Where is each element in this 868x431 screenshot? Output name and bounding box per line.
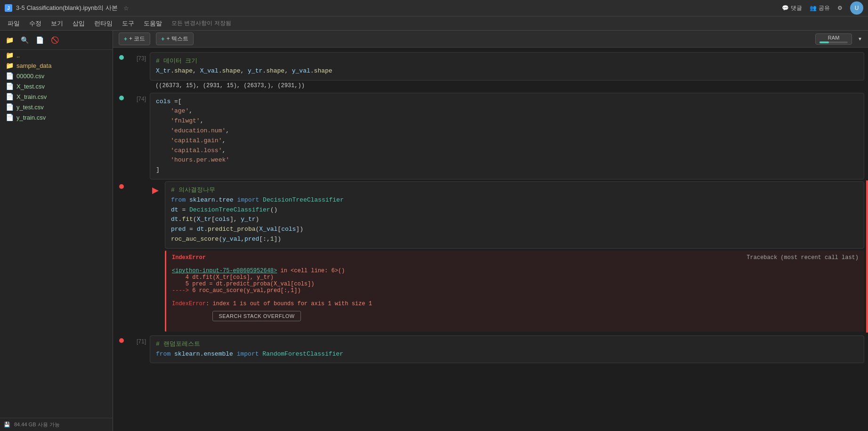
ram-dropdown-arrow[interactable]: ▼ — [858, 36, 862, 41]
ram-label: RAM — [828, 35, 839, 41]
cell-number-75 — [126, 181, 150, 184]
menu-file[interactable]: 파일 — [4, 17, 24, 30]
run-indicator-success — [119, 55, 124, 60]
folder-icon: 📁 — [6, 62, 14, 69]
cell-wrapper-75: # 의사결정나무 from sklearn.tree import Decisi… — [113, 180, 868, 333]
share-button[interactable]: 👥 공유 — [810, 4, 830, 12]
run-indicator-success — [119, 96, 124, 100]
cell-up-button[interactable]: ↑ — [766, 182, 777, 193]
user-avatar[interactable]: U — [850, 1, 863, 15]
cell-status-74 — [117, 93, 126, 100]
cell-status-75 — [117, 181, 126, 189]
code-cell-73[interactable]: # 데이터 크기 X_tr.shape, X_val.shape, y_tr.s… — [150, 52, 864, 81]
sidebar-item-ytest[interactable]: 📄 y_test.csv — [0, 102, 113, 112]
menu-bar: 파일 수정 보기 삽입 런타임 도구 도움말 모든 변경사항이 저장됨 — [0, 16, 868, 31]
search-stackoverflow-button[interactable]: SEARCH STACK OVERFLOW — [212, 311, 300, 321]
cell-number-73: [73] — [126, 52, 150, 62]
menu-help[interactable]: 도움말 — [140, 17, 166, 30]
notebook-title: 3-5 Classification(blank).ipynb의 사본 — [16, 4, 118, 12]
run-indicator-error — [119, 338, 124, 343]
add-text-button[interactable]: + + 텍스트 — [156, 33, 193, 45]
sidebar-search-btn[interactable]: 🔍 — [19, 34, 30, 46]
sidebar-item-xtrain[interactable]: 📄 X_train.csv — [0, 91, 113, 102]
gear-icon: ⚙ — [837, 5, 843, 11]
sidebar-item-xtest[interactable]: 📄 X_test.csv — [0, 81, 113, 91]
notebook[interactable]: + + 코드 + + 텍스트 RAM ▼ [73] — [113, 31, 868, 431]
run-button-75[interactable] — [150, 185, 161, 196]
cell-mirror-button[interactable]: ⊡ — [827, 182, 838, 193]
add-code-button[interactable]: + + 코드 — [119, 33, 150, 45]
plus-icon: + — [161, 36, 164, 42]
sidebar-block-btn[interactable]: 🚫 — [49, 34, 60, 46]
error-output-75: IndexErrorTraceback (most recent call la… — [165, 251, 864, 332]
notebook-icon: J — [5, 4, 12, 12]
cell-link-button[interactable]: 🔗 — [791, 182, 801, 193]
save-status: 모든 변경사항이 저장됨 — [171, 19, 231, 27]
file-icon: 📄 — [6, 72, 14, 80]
cell-down-button[interactable]: ↓ — [779, 182, 789, 193]
menu-runtime[interactable]: 런타임 — [90, 17, 116, 30]
cell-more-button[interactable]: ⋮ — [852, 182, 862, 193]
menu-edit[interactable]: 수정 — [25, 17, 45, 30]
star-icon[interactable]: ☆ — [123, 5, 129, 12]
cell-copy-button[interactable]: ⧉ — [803, 182, 813, 193]
cell-wrapper-74: [74] cols =[ 'age', 'fnlwgt', 'education… — [113, 92, 868, 180]
sidebar-item-parent[interactable]: 📁 .. — [0, 50, 113, 60]
folder-icon: 📁 — [6, 51, 14, 59]
code-cell-75[interactable]: # 의사결정나무 from sklearn.tree import Decisi… — [165, 181, 864, 249]
settings-button[interactable]: ⚙ — [837, 5, 843, 11]
sidebar-item-ytrain[interactable]: 📄 y_train.csv — [0, 112, 113, 122]
title-bar: J 3-5 Classification(blank).ipynb의 사본 ☆ … — [0, 0, 868, 16]
menu-view[interactable]: 보기 — [47, 17, 67, 30]
main-layout: 📁 🔍 📄 🚫 📁 .. 📁 sample_data 📄 00000.csv 📄… — [0, 31, 868, 431]
sidebar-file-btn[interactable]: 📄 — [34, 34, 45, 46]
file-icon: 📄 — [6, 93, 14, 100]
cell-content-73: # 데이터 크기 X_tr.shape, X_val.shape, y_tr.s… — [150, 52, 864, 91]
output-cell-73: ((26373, 15), (2931, 15), (26373,), (293… — [150, 81, 864, 91]
cell-wrapper-73: [73] # 데이터 크기 X_tr.shape, X_val.shape, y… — [113, 51, 868, 92]
sidebar-item-sample-data[interactable]: 📁 sample_data — [0, 60, 113, 71]
menu-tools[interactable]: 도구 — [118, 17, 138, 30]
share-icon: 👥 — [810, 5, 817, 11]
disk-usage-text: 84.44 GB 사용 가능 — [14, 421, 60, 428]
comment-button[interactable]: 💬 댓글 — [782, 4, 802, 12]
sidebar-item-00000[interactable]: 📄 00000.csv — [0, 71, 113, 81]
file-icon: 📄 — [6, 103, 14, 111]
plus-icon: + — [124, 36, 127, 42]
sidebar: 📁 🔍 📄 🚫 📁 .. 📁 sample_data 📄 00000.csv 📄… — [0, 31, 113, 431]
cell-number-74: [74] — [126, 93, 150, 102]
cell-delete-button[interactable]: 🗑 — [840, 182, 850, 193]
comment-icon: 💬 — [782, 5, 789, 11]
menu-insert[interactable]: 삽입 — [69, 17, 89, 30]
sidebar-disk-info: 💾 84.44 GB 사용 가능 — [0, 418, 113, 431]
file-icon: 📄 — [6, 82, 14, 90]
cell-settings-button[interactable]: ⚙ — [815, 182, 826, 193]
cells-container: [73] # 데이터 크기 X_tr.shape, X_val.shape, y… — [113, 48, 868, 431]
sidebar-folder-btn[interactable]: 📁 — [4, 34, 15, 46]
code-cell-74[interactable]: cols =[ 'age', 'fnlwgt', 'education.num'… — [150, 93, 864, 179]
code-cell-71[interactable]: # 랜덤포레스트 from sklearn.ensemble import Ra… — [150, 335, 864, 364]
cell-status-71 — [117, 335, 126, 343]
cell-number-71: [71] — [126, 335, 150, 345]
error-right-indicator — [866, 180, 868, 333]
cell-content-74: cols =[ 'age', 'fnlwgt', 'education.num'… — [150, 93, 864, 179]
run-indicator-error — [119, 184, 124, 189]
ram-box[interactable]: RAM — [815, 33, 852, 45]
disk-icon: 💾 — [4, 422, 10, 428]
title-bar-actions: 💬 댓글 👥 공유 ⚙ U — [782, 1, 863, 15]
ram-indicator: RAM ▼ — [815, 33, 862, 45]
notebook-toolbar: + + 코드 + + 텍스트 RAM ▼ — [113, 31, 868, 48]
cell-wrapper-71: [71] # 랜덤포레스트 from sklearn.ensemble impo… — [113, 334, 868, 365]
sidebar-toolbar: 📁 🔍 📄 🚫 — [0, 31, 113, 50]
cell-content-75: # 의사결정나무 from sklearn.tree import Decisi… — [165, 181, 864, 332]
cell-content-71: # 랜덤포레스트 from sklearn.ensemble import Ra… — [150, 335, 864, 364]
cell-status-73 — [117, 52, 126, 60]
file-icon: 📄 — [6, 114, 14, 121]
